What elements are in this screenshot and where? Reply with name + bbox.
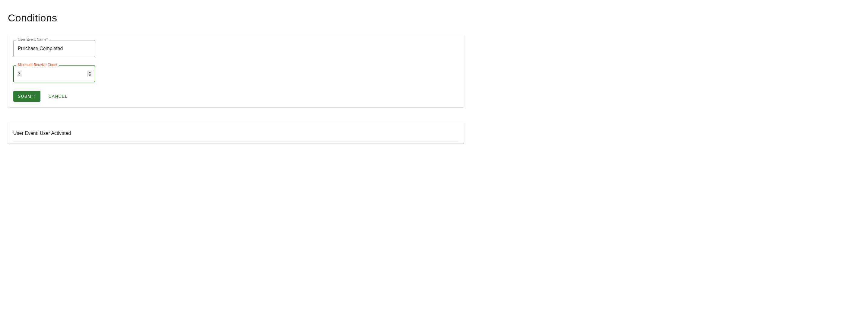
user-event-name-field-wrap: User Event Name* (13, 40, 95, 57)
spinner-down-button[interactable] (88, 74, 92, 77)
condition-list-item[interactable]: User Event: User Activated (13, 125, 459, 142)
chevron-up-icon (89, 71, 91, 73)
user-event-name-input[interactable] (13, 40, 95, 57)
conditions-list-card: User Event: User Activated (8, 122, 464, 144)
cancel-button[interactable]: Cancel (44, 91, 72, 102)
page-title: Conditions (8, 12, 464, 24)
min-receive-count-input[interactable] (13, 65, 95, 82)
number-spinner (88, 70, 92, 77)
condition-form-card: User Event Name* Minimum Receive Count S… (8, 35, 464, 107)
form-button-row: Submit Cancel (13, 91, 459, 102)
min-receive-count-label: Minimum Receive Count (16, 63, 59, 67)
submit-button[interactable]: Submit (13, 91, 40, 102)
chevron-down-icon (89, 75, 91, 76)
spinner-up-button[interactable] (88, 71, 92, 74)
min-receive-count-field-wrap: Minimum Receive Count (13, 65, 95, 82)
user-event-name-label: User Event Name* (16, 37, 49, 41)
